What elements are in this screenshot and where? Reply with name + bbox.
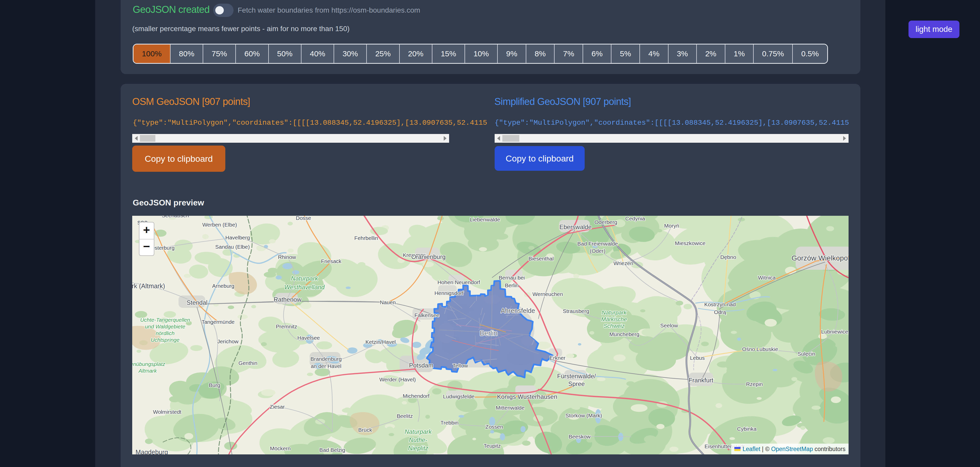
svg-text:Rhinow: Rhinow xyxy=(278,254,296,260)
svg-text:Cybinka: Cybinka xyxy=(737,426,756,432)
svg-text:Bad Freienwalde: Bad Freienwalde xyxy=(578,241,618,246)
svg-text:Strausberg: Strausberg xyxy=(563,308,589,314)
svg-text:Ludwigsfelde: Ludwigsfelde xyxy=(443,394,474,399)
svg-text:Fehrbellin: Fehrbellin xyxy=(355,235,378,241)
svg-text:Moryń: Moryń xyxy=(664,223,679,229)
svg-text:Berlin: Berlin xyxy=(480,329,498,337)
svg-text:Erkner: Erkner xyxy=(550,355,566,361)
svg-text:Hohen Neuendorf: Hohen Neuendorf xyxy=(438,279,480,285)
svg-text:Odrą: Odrą xyxy=(714,309,726,315)
svg-text:Nauen: Nauen xyxy=(380,299,396,305)
svg-text:Ziesar: Ziesar xyxy=(270,404,285,410)
svg-text:Seehausen: Seehausen xyxy=(162,216,189,218)
svg-text:Havelberg: Havelberg xyxy=(225,235,250,240)
svg-text:Oderberg: Oderberg xyxy=(595,219,617,225)
svg-text:Nieplitz: Nieplitz xyxy=(408,445,428,451)
svg-text:Sulęcin: Sulęcin xyxy=(798,351,815,357)
svg-text:Rathenow: Rathenow xyxy=(274,296,302,303)
svg-text:Lubniewice: Lubniewice xyxy=(821,329,848,335)
svg-text:Hennigsdorf: Hennigsdorf xyxy=(434,290,463,296)
svg-text:Zossen: Zossen xyxy=(485,424,503,430)
svg-text:Berlin: Berlin xyxy=(505,282,519,288)
svg-text:Fürstenwalde/: Fürstenwalde/ xyxy=(557,373,596,380)
svg-text:Uchtspringe: Uchtspringe xyxy=(151,337,180,343)
svg-text:Premnitz: Premnitz xyxy=(276,324,297,329)
svg-text:Werder (Havel): Werder (Havel) xyxy=(379,376,416,383)
svg-text:Teltow: Teltow xyxy=(453,362,468,369)
svg-text:Brück: Brück xyxy=(358,427,372,433)
svg-text:Witnica: Witnica xyxy=(758,275,776,281)
svg-text:Mieszkowice: Mieszkowice xyxy=(675,240,706,246)
svg-text:Dębno: Dębno xyxy=(720,254,736,260)
svg-text:enübungsplatz: enübungsplatz xyxy=(132,361,165,367)
svg-text:Bernau bei: Bernau bei xyxy=(499,275,525,281)
svg-text:Beeskow: Beeskow xyxy=(569,434,591,440)
svg-text:Naturpark: Naturpark xyxy=(405,428,432,435)
svg-text:Gorzów Wielkopolski: Gorzów Wielkopolski xyxy=(791,254,849,262)
svg-text:Jerichow: Jerichow xyxy=(217,338,239,344)
svg-text:Arneburg: Arneburg xyxy=(212,283,234,289)
svg-text:Rzepin: Rzepin xyxy=(746,381,763,387)
svg-text:Uchte-Tangerquellen: Uchte-Tangerquellen xyxy=(140,317,190,323)
svg-text:Mittenwalde: Mittenwalde xyxy=(496,405,525,411)
svg-text:Spree: Spree xyxy=(568,380,585,387)
svg-text:Ketzin/Havel: Ketzin/Havel xyxy=(366,339,396,345)
svg-text:Märkische: Märkische xyxy=(601,316,627,322)
svg-text:Friesack: Friesack xyxy=(321,258,342,264)
svg-text:Naturpark: Naturpark xyxy=(291,275,318,282)
svg-text:Michendorf: Michendorf xyxy=(403,393,430,399)
svg-text:Teupitz: Teupitz xyxy=(484,443,501,449)
svg-text:Seelow: Seelow xyxy=(660,322,678,329)
svg-text:Königs Wusterhausen: Königs Wusterhausen xyxy=(497,393,557,400)
svg-text:Cedynia: Cedynia xyxy=(625,216,645,221)
svg-text:Schweiz: Schweiz xyxy=(603,323,625,329)
svg-text:Müncheberg: Müncheberg xyxy=(609,331,640,337)
svg-text:Werneuchen: Werneuchen xyxy=(533,291,563,297)
svg-text:Wolmirstedt: Wolmirstedt xyxy=(153,409,181,415)
svg-text:Lebus: Lebus xyxy=(690,355,705,361)
svg-text:Werben (Elbe): Werben (Elbe) xyxy=(202,222,237,227)
svg-text:Biesenthal: Biesenthal xyxy=(528,256,554,262)
svg-text:ark (Altmark): ark (Altmark) xyxy=(132,282,165,289)
svg-text:Ośno Lubuskie: Ośno Lubuskie xyxy=(742,346,778,352)
svg-text:Stendal: Stendal xyxy=(186,299,207,306)
svg-text:und Waldgebiete: und Waldgebiete xyxy=(145,324,185,329)
svg-text:nördlich: nördlich xyxy=(156,330,175,336)
svg-text:Westhavelland: Westhavelland xyxy=(284,284,325,291)
svg-text:Brandenburg: Brandenburg xyxy=(310,356,342,362)
svg-text:Eberswalde: Eberswalde xyxy=(560,224,592,230)
svg-text:Bad Belzig: Bad Belzig xyxy=(320,447,345,453)
svg-text:Trebbin: Trebbin xyxy=(441,420,458,426)
svg-text:(Oder): (Oder) xyxy=(590,248,606,254)
svg-text:Beelitz: Beelitz xyxy=(397,413,413,419)
svg-text:Wriezen: Wriezen xyxy=(614,260,633,266)
svg-text:an der Havel: an der Havel xyxy=(311,363,341,369)
svg-text:Naturpark: Naturpark xyxy=(601,309,627,316)
svg-text:Sandau (Elbe): Sandau (Elbe) xyxy=(215,244,250,250)
svg-text:Oranienburg: Oranienburg xyxy=(411,253,445,260)
svg-text:Altmark: Altmark xyxy=(138,368,157,374)
svg-text:Dosse: Dosse xyxy=(296,216,311,221)
svg-text:Falkensee: Falkensee xyxy=(414,312,439,318)
svg-text:Möckern: Möckern xyxy=(270,445,291,451)
svg-text:Potsdam: Potsdam xyxy=(409,362,433,369)
svg-text:Havelsee: Havelsee xyxy=(298,335,320,341)
svg-text:Kostrzyn nad: Kostrzyn nad xyxy=(704,302,736,307)
svg-text:Genthin: Genthin xyxy=(239,360,258,366)
svg-text:Ahrensfelde: Ahrensfelde xyxy=(501,307,535,314)
svg-text:Nuthe-: Nuthe- xyxy=(409,437,428,443)
svg-text:Burg: Burg xyxy=(209,382,220,388)
svg-text:Liebenwalde: Liebenwalde xyxy=(470,216,500,222)
svg-text:Tangermünde: Tangermünde xyxy=(202,319,235,325)
svg-text:Magdeburg: Magdeburg xyxy=(135,448,168,454)
svg-text:Frankfurt: Frankfurt xyxy=(689,377,713,384)
svg-text:Storkow (Mark): Storkow (Mark) xyxy=(565,413,602,418)
